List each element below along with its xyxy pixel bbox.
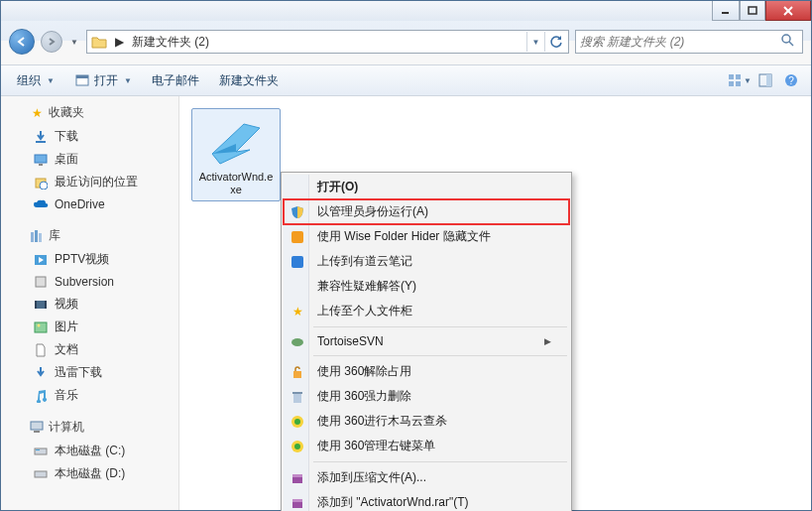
sidebar-item-pptv[interactable]: PPTV视频 [1,248,178,271]
music-icon [33,388,49,404]
refresh-button[interactable] [544,32,566,52]
svg-rect-39 [293,371,301,378]
sidebar-item-videos[interactable]: 视频 [1,293,178,316]
menu-run-as-admin[interactable]: 以管理员身份运行(A) [284,199,569,224]
svg-rect-8 [729,74,734,79]
menu-360-unlock[interactable]: 使用 360解除占用 [284,359,569,384]
picture-icon [33,319,49,335]
menu-compatibility[interactable]: 兼容性疑难解答(Y) [284,274,569,299]
wise-icon [290,229,305,245]
svg-rect-41 [292,392,302,394]
maximize-button[interactable] [740,1,765,21]
window-buttons [712,1,811,21]
sidebar-item-subversion[interactable]: Subversion [1,271,178,293]
forward-button[interactable] [41,31,62,53]
svg-rect-21 [31,232,34,242]
scan-icon [290,414,305,430]
sidebar-favorites-header[interactable]: ★ 收藏夹 [1,100,178,125]
svg-rect-11 [736,81,741,86]
menu-wise-hide[interactable]: 使用 Wise Folder Hider 隐藏文件 [284,224,569,249]
open-button[interactable]: 打开▼ [66,68,140,93]
navigation-row: ▼ ▶ 新建文件夹 (2) ▼ [9,25,803,59]
search-input[interactable] [580,35,780,49]
menu-youdao[interactable]: 上传到有道云笔记 [284,249,569,274]
file-item-selected[interactable]: ActivatorWnd.exe [191,108,281,201]
svg-rect-49 [292,499,302,502]
video-icon [33,297,49,313]
svg-rect-31 [31,422,43,430]
sidebar-item-documents[interactable]: 文档 [1,338,178,361]
svg-rect-47 [292,474,302,477]
sidebar-item-drive-c[interactable]: 本地磁盘 (C:) [1,440,178,462]
svg-rect-34 [36,449,40,450]
svg-rect-18 [39,164,43,166]
nav-history-dropdown[interactable]: ▼ [68,31,80,53]
sidebar-item-pictures[interactable]: 图片 [1,316,178,338]
svg-rect-28 [45,301,47,309]
toolbar: 组织▼ 打开▼ 电子邮件 新建文件夹 ▼ ? [1,64,811,96]
sidebar-item-downloads[interactable]: 下载 [1,125,178,148]
onedrive-icon [33,196,49,212]
menu-add-archive[interactable]: 添加到压缩文件(A)... [284,465,569,490]
svg-rect-29 [35,322,47,332]
folder-icon [89,32,109,52]
menu-separator [313,461,567,462]
address-dropdown[interactable]: ▼ [526,32,544,52]
video-icon [33,252,49,268]
menu-personal-cabinet[interactable]: ★ 上传至个人文件柜 [284,299,569,323]
context-menu: 打开(O) 以管理员身份运行(A) 使用 Wise Folder Hider 隐… [281,172,572,511]
title-bar [1,1,811,21]
sidebar-item-recent[interactable]: 最近访问的位置 [1,171,178,193]
search-icon [780,33,798,51]
svg-rect-1 [749,7,756,14]
minimize-button[interactable] [712,1,740,21]
help-button[interactable]: ? [779,68,803,92]
svg-point-30 [38,323,41,326]
svg-rect-37 [291,256,303,268]
sidebar-item-xunlei[interactable]: 迅雷下载 [1,361,178,384]
svg-rect-35 [35,471,47,477]
sidebar-libraries-header[interactable]: 库 [1,223,178,248]
menu-add-to-rar[interactable]: 添加到 "ActivatorWnd.rar"(T) [284,490,569,511]
menu-tortoisesvn[interactable]: TortoiseSVN▶ [284,330,569,352]
email-button[interactable]: 电子邮件 [144,68,207,93]
new-folder-button[interactable]: 新建文件夹 [211,68,287,93]
submenu-arrow-icon: ▶ [544,336,551,346]
sidebar-item-onedrive[interactable]: OneDrive [1,193,178,215]
svg-point-45 [294,444,300,449]
menu-manage-icon [290,439,305,454]
svg-rect-27 [35,301,37,309]
computer-icon [29,420,45,436]
svg-rect-10 [729,81,734,86]
menu-360-force-delete[interactable]: 使用 360强力删除 [284,384,569,409]
archive-icon [290,495,305,511]
star-icon: ★ [29,105,45,121]
close-button[interactable] [765,1,811,21]
menu-open[interactable]: 打开(O) [284,175,569,199]
tortoise-icon [290,333,305,349]
sidebar-computer-header[interactable]: 计算机 [1,415,178,440]
svg-rect-17 [35,155,47,163]
view-mode-button[interactable]: ▼ [728,68,752,92]
sidebar-item-desktop[interactable]: 桌面 [1,148,178,171]
drive-icon [33,444,49,459]
open-icon [74,72,90,88]
preview-pane-button[interactable] [754,68,777,92]
search-box[interactable] [575,30,803,54]
menu-360-trojan-scan[interactable]: 使用 360进行木马云查杀 [284,409,569,434]
download-icon [33,365,49,381]
sidebar-item-drive-d[interactable]: 本地磁盘 (D:) [1,462,178,485]
back-button[interactable] [9,29,35,55]
address-bar[interactable]: ▶ 新建文件夹 (2) ▼ [86,30,569,54]
svg-rect-23 [39,233,42,242]
menu-360-manage-menu[interactable]: 使用 360管理右键菜单 [284,434,569,458]
document-icon [33,342,49,358]
sidebar-item-music[interactable]: 音乐 [1,384,178,407]
app-icon [205,113,267,169]
breadcrumb-arrow[interactable]: ▶ [111,31,128,53]
toolbar-right: ▼ ? [728,68,803,92]
organize-button[interactable]: 组织▼ [9,68,62,93]
delete-icon [290,389,305,405]
breadcrumb-folder[interactable]: 新建文件夹 (2) [128,31,213,53]
download-icon [33,129,49,145]
